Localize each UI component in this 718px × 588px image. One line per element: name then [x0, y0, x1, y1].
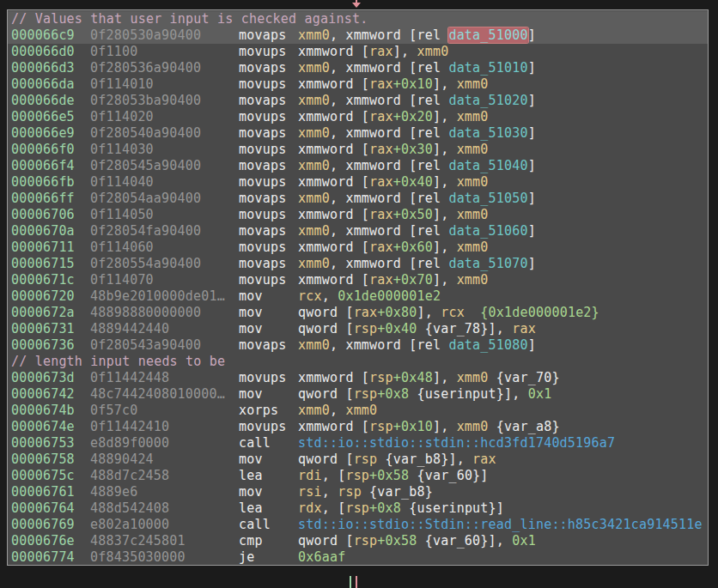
- disasm-row-00006711[interactable]: 000067110f114060movupsxmmword [rax+0x60]…: [8, 239, 708, 256]
- address-cell[interactable]: 000066ff: [11, 191, 90, 207]
- mnemonic-cell[interactable]: movups: [239, 419, 298, 435]
- symbol-token[interactable]: data_51070: [448, 256, 527, 271]
- mnemonic-cell[interactable]: mov: [239, 321, 298, 337]
- address-cell[interactable]: 00006711: [11, 239, 90, 256]
- disasm-row-000066de[interactable]: 000066de0f28053ba90400movapsxmm0, xmmwor…: [8, 93, 708, 109]
- disasm-row-00006742[interactable]: 0000674248c7442408010000…movqword [rsp+0…: [8, 386, 708, 403]
- mnemonic-cell[interactable]: movaps: [239, 60, 298, 76]
- disasm-row-0000672a[interactable]: 0000672a48898880000000movqword [rax+0x80…: [8, 305, 708, 321]
- disasm-row-000066ff[interactable]: 000066ff0f28054aa90400movapsxmm0, xmmwor…: [8, 191, 708, 207]
- disasm-row-000066da[interactable]: 000066da0f114010movupsxmmword [rax+0x10]…: [8, 76, 708, 93]
- address-cell[interactable]: 000066f0: [11, 142, 90, 158]
- disasm-row-00006774[interactable]: 000067740f8435030000je0x6aaf: [8, 549, 708, 566]
- mnemonic-cell[interactable]: mov: [239, 305, 298, 321]
- mnemonic-cell[interactable]: movups: [239, 76, 298, 93]
- mnemonic-cell[interactable]: movaps: [239, 223, 298, 239]
- disasm-row-00006764[interactable]: 00006764488d542408leardx, [rsp+0x8 {user…: [8, 500, 708, 517]
- mnemonic-cell[interactable]: movups: [239, 207, 298, 223]
- address-cell[interactable]: 000066e5: [11, 109, 90, 125]
- address-cell[interactable]: 0000676e: [11, 533, 90, 549]
- symbol-token[interactable]: data_51020: [448, 93, 527, 108]
- mnemonic-cell[interactable]: cmp: [239, 533, 298, 549]
- symbol-token[interactable]: data_51040: [448, 158, 527, 173]
- address-cell[interactable]: 00006753: [11, 435, 90, 452]
- address-cell[interactable]: 00006715: [11, 256, 90, 272]
- mnemonic-cell[interactable]: movaps: [239, 158, 298, 174]
- disasm-row-000066c9[interactable]: 000066c90f280530a90400movapsxmm0, xmmwor…: [8, 27, 708, 44]
- mnemonic-cell[interactable]: movaps: [239, 256, 298, 272]
- disasm-row-00006736[interactable]: 000067360f280543a90400movapsxmm0, xmmwor…: [8, 337, 708, 354]
- address-cell[interactable]: 00006769: [11, 517, 90, 533]
- address-cell[interactable]: 000066f4: [11, 158, 90, 174]
- mnemonic-cell[interactable]: mov: [239, 452, 298, 468]
- disasm-row-000066f4[interactable]: 000066f40f280545a90400movapsxmm0, xmmwor…: [8, 158, 708, 174]
- disasm-row-00006706[interactable]: 000067060f114050movupsxmmword [rax+0x50]…: [8, 207, 708, 223]
- disasm-row-000066e9[interactable]: 000066e90f280540a90400movapsxmm0, xmmwor…: [8, 125, 708, 142]
- address-cell[interactable]: 00006731: [11, 321, 90, 337]
- comment-row[interactable]: // length input needs to be: [8, 354, 708, 370]
- disassembly-panel[interactable]: // Values that user input is checked aga…: [7, 9, 709, 566]
- mnemonic-cell[interactable]: lea: [239, 500, 298, 517]
- address-cell[interactable]: 000066de: [11, 93, 90, 109]
- address-cell[interactable]: 0000672a: [11, 305, 90, 321]
- address-cell[interactable]: 000066c9: [11, 27, 90, 44]
- address-cell[interactable]: 0000670a: [11, 223, 90, 239]
- disasm-row-000066e5[interactable]: 000066e50f114020movupsxmmword [rax+0x20]…: [8, 109, 708, 125]
- address-cell[interactable]: 00006761: [11, 484, 90, 500]
- disasm-row-000066f0[interactable]: 000066f00f114030movupsxmmword [rax+0x30]…: [8, 142, 708, 158]
- disasm-row-00006753[interactable]: 00006753e8d89f0000callstd::io::stdio::st…: [8, 435, 708, 452]
- address-cell[interactable]: 00006706: [11, 207, 90, 223]
- mnemonic-cell[interactable]: movups: [239, 239, 298, 256]
- symbol-token[interactable]: data_51050: [448, 191, 527, 206]
- symbol-token[interactable]: data_51060: [448, 223, 527, 239]
- address-cell[interactable]: 000066fb: [11, 174, 90, 191]
- mnemonic-cell[interactable]: movaps: [239, 27, 298, 44]
- mnemonic-cell[interactable]: mov: [239, 386, 298, 403]
- mnemonic-cell[interactable]: movaps: [239, 191, 298, 207]
- disasm-row-000066d0[interactable]: 000066d00f1100movupsxmmword [rax], xmm0: [8, 44, 708, 60]
- comment-row[interactable]: // Values that user input is checked aga…: [8, 11, 708, 27]
- mnemonic-cell[interactable]: movups: [239, 44, 298, 60]
- address-cell[interactable]: 0000673d: [11, 370, 90, 386]
- mnemonic-cell[interactable]: xorps: [239, 403, 298, 419]
- address-cell[interactable]: 000066e9: [11, 125, 90, 142]
- mnemonic-cell[interactable]: je: [239, 549, 298, 566]
- disasm-row-0000674e[interactable]: 0000674e0f11442410movupsxmmword [rsp+0x1…: [8, 419, 708, 435]
- disasm-row-00006720[interactable]: 0000672048b9e2010000de01…movrcx, 0x1de00…: [8, 288, 708, 305]
- disasm-row-000066fb[interactable]: 000066fb0f114040movupsxmmword [rax+0x40]…: [8, 174, 708, 191]
- symbol-token[interactable]: data_51000: [448, 27, 527, 43]
- disasm-row-0000674b[interactable]: 0000674b0f57c0xorpsxmm0, xmm0: [8, 403, 708, 419]
- disasm-row-0000671c[interactable]: 0000671c0f114070movupsxmmword [rax+0x70]…: [8, 272, 708, 288]
- disasm-row-0000670a[interactable]: 0000670a0f28054fa90400movapsxmm0, xmmwor…: [8, 223, 708, 239]
- mnemonic-cell[interactable]: lea: [239, 468, 298, 484]
- mnemonic-cell[interactable]: mov: [239, 484, 298, 500]
- address-cell[interactable]: 00006774: [11, 549, 90, 566]
- address-cell[interactable]: 0000674b: [11, 403, 90, 419]
- mnemonic-cell[interactable]: movaps: [239, 337, 298, 354]
- mnemonic-cell[interactable]: movups: [239, 370, 298, 386]
- symbol-token[interactable]: std::io::stdio::stdin::hcd3fd1740d5196a7: [298, 435, 615, 451]
- disasm-row-00006758[interactable]: 0000675848890424movqword [rsp {var_b8}],…: [8, 452, 708, 468]
- mnemonic-cell[interactable]: movups: [239, 174, 298, 191]
- symbol-token[interactable]: data_51030: [448, 125, 527, 141]
- address-cell[interactable]: 0000671c: [11, 272, 90, 288]
- mnemonic-cell[interactable]: movaps: [239, 93, 298, 109]
- disasm-row-000066d3[interactable]: 000066d30f280536a90400movapsxmm0, xmmwor…: [8, 60, 708, 76]
- disasm-row-00006769[interactable]: 00006769e802a10000callstd::io::stdio::St…: [8, 517, 708, 533]
- mnemonic-cell[interactable]: call: [239, 435, 298, 452]
- mnemonic-cell[interactable]: call: [239, 517, 298, 533]
- address-cell[interactable]: 000066da: [11, 76, 90, 93]
- address-cell[interactable]: 00006742: [11, 386, 90, 403]
- address-cell[interactable]: 0000674e: [11, 419, 90, 435]
- mnemonic-cell[interactable]: movaps: [239, 125, 298, 142]
- address-cell[interactable]: 00006764: [11, 500, 90, 517]
- address-cell[interactable]: 000066d3: [11, 60, 90, 76]
- address-cell[interactable]: 00006736: [11, 337, 90, 354]
- mnemonic-cell[interactable]: mov: [239, 288, 298, 305]
- mnemonic-cell[interactable]: movups: [239, 109, 298, 125]
- address-cell[interactable]: 000066d0: [11, 44, 90, 60]
- disasm-row-0000675c[interactable]: 0000675c488d7c2458leardi, [rsp+0x58 {var…: [8, 468, 708, 484]
- address-cell[interactable]: 00006720: [11, 288, 90, 305]
- disasm-row-00006715[interactable]: 000067150f280554a90400movapsxmm0, xmmwor…: [8, 256, 708, 272]
- disasm-row-00006731[interactable]: 000067314889442440movqword [rsp+0x40 {va…: [8, 321, 708, 337]
